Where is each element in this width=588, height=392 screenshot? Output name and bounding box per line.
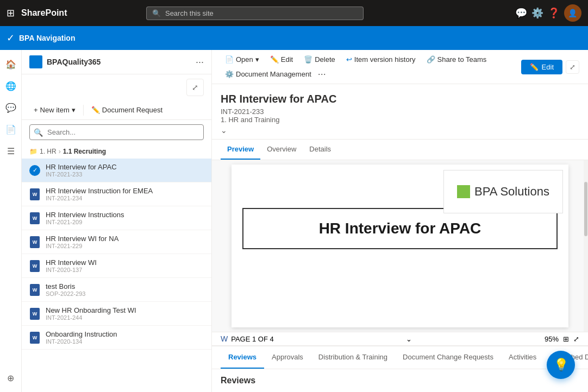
settings-icon[interactable]: ⚙️	[531, 7, 543, 19]
share-to-teams-button[interactable]: 🔗 Share to Teams	[422, 53, 491, 66]
detail-more-button[interactable]: ···	[318, 68, 326, 80]
site-name: BPAQuality365	[47, 58, 101, 66]
header-expand-icon[interactable]: ⌄	[221, 126, 579, 135]
version-label: Item version history	[354, 55, 416, 64]
document-management-button[interactable]: ⚙️ Document Management	[221, 68, 316, 80]
list-item[interactable]: W HR Interview WI for NA INT-2021-229	[22, 230, 211, 254]
site-info: BPAQuality365	[29, 55, 101, 68]
preview-bar-chevron[interactable]: ⌄	[406, 335, 412, 343]
word-icon-small: W	[221, 334, 228, 343]
main-layout: 🏠 🌐 💬 📄 ☰ ⊕ BPAQuality365 ··· ⤢	[0, 50, 588, 392]
list-toolbar: + New item ▾ ✏️ Document Request	[22, 100, 211, 120]
sidebar-item-add[interactable]: ⊕	[1, 368, 21, 388]
avatar[interactable]: 👤	[564, 4, 581, 22]
doc-icon: W	[29, 260, 40, 273]
edit-toolbar-icon: ✏️	[270, 55, 279, 64]
bottom-tab-approvals[interactable]: Approvals	[264, 346, 311, 369]
expand-button[interactable]: ⤢	[186, 79, 204, 96]
scrollbar-thumb	[584, 182, 587, 236]
item-name: test Boris	[46, 282, 204, 290]
sidebar-item-document[interactable]: 📄	[1, 119, 21, 139]
new-item-label: New item	[40, 106, 70, 114]
sidebar-item-home[interactable]: 🏠	[1, 54, 21, 74]
preview-bar: W PAGE 1 OF 4 ⌄ 95% ⊞ ⤢	[212, 332, 588, 345]
check-icon: ✓	[29, 165, 40, 176]
breadcrumb-root[interactable]: 1. HR	[40, 148, 57, 155]
list-search-input[interactable]	[29, 124, 204, 140]
bottom-tab-activities[interactable]: Activities	[501, 346, 544, 369]
search-bar[interactable]: 🔍 Search this site	[146, 7, 364, 20]
nav-icons: 💬 ⚙️ ❓ 👤	[515, 4, 581, 22]
delete-button[interactable]: 🗑️ Delete	[299, 53, 340, 66]
sidebar-item-globe[interactable]: 🌐	[1, 76, 21, 96]
sidebar-item-chat[interactable]: 💬	[1, 98, 21, 117]
list-item[interactable]: W HR Interview Instructions INT-2021-209	[22, 206, 211, 230]
teams-icon: 🔗	[427, 55, 435, 64]
site-header: BPAQuality365 ···	[22, 50, 211, 74]
list-item[interactable]: ✓ HR Interview for APAC INT-2021-233	[22, 159, 211, 182]
bottom-tab-reviews[interactable]: Reviews	[221, 346, 264, 369]
bpa-square-icon	[457, 185, 470, 198]
fullscreen-icon: ⤢	[570, 63, 576, 71]
tab-overview[interactable]: Overview	[260, 140, 303, 160]
help-icon[interactable]: ❓	[548, 7, 560, 19]
item-info: New HR Onboarding Test WI INT-2021-244	[46, 306, 204, 321]
bottom-tab-document-change-requests[interactable]: Document Change Requests	[395, 346, 501, 369]
doc-mgmt-icon: ⚙️	[225, 70, 234, 78]
list-item[interactable]: W test Boris SOP-2022-293	[22, 278, 211, 302]
left-sidebar: 🏠 🌐 💬 📄 ☰ ⊕	[0, 50, 22, 392]
item-info: HR Interview WI for NA INT-2021-229	[46, 235, 204, 249]
item-info: HR Interview for APAC INT-2021-233	[46, 163, 204, 178]
item-code: INT-2021-234	[46, 195, 204, 201]
document-category: 1. HR and Training	[221, 116, 579, 124]
item-name: HR Interview WI	[46, 258, 204, 267]
bpa-logo-inner: BPA Solutions	[457, 185, 549, 199]
comment-icon[interactable]: 💬	[515, 7, 527, 19]
brand-title: SharePoint	[21, 8, 67, 18]
edit-main-button[interactable]: ✏️ Edit	[521, 60, 562, 74]
list-item[interactable]: W New HR Onboarding Test WI INT-2021-244	[22, 302, 211, 326]
share-teams-label: Share to Teams	[437, 55, 487, 64]
word-doc-icon: W	[30, 284, 40, 296]
item-name: HR Interview Instructions	[46, 211, 204, 219]
fullscreen-preview-icon[interactable]: ⤢	[573, 335, 579, 343]
page-info: PAGE 1 OF 4	[231, 335, 274, 343]
new-item-button[interactable]: + New item ▾	[29, 104, 80, 116]
edit-toolbar-button[interactable]: ✏️ Edit	[266, 53, 297, 66]
site-more-button[interactable]: ···	[196, 56, 204, 68]
word-doc-icon: W	[30, 260, 40, 272]
document-title: HR Interview for APAC	[221, 93, 579, 105]
fab-button[interactable]: 💡	[547, 351, 575, 379]
word-doc-icon: W	[30, 308, 40, 320]
breadcrumb-current: 1.1 Recruiting	[63, 148, 106, 155]
list-item[interactable]: W HR Interview Instruction for EMEA INT-…	[22, 182, 211, 206]
list-item[interactable]: W Onboarding Instruction INT-2020-134	[22, 326, 211, 350]
open-dropdown-icon: ▾	[255, 55, 259, 64]
document-request-button[interactable]: ✏️ Document Request	[87, 104, 167, 116]
grid-icon[interactable]: ⊞	[7, 7, 15, 19]
item-code: INT-2020-134	[46, 338, 204, 345]
tab-details[interactable]: Details	[303, 140, 337, 160]
item-code: SOP-2022-293	[46, 290, 204, 297]
bottom-tabs-row: ReviewsApprovalsDistribution & TrainingD…	[212, 346, 588, 369]
sidebar-item-list[interactable]: ☰	[1, 141, 21, 161]
bottom-tab-distribution--training[interactable]: Distribution & Training	[311, 346, 395, 369]
fullscreen-button[interactable]: ⤢	[566, 60, 579, 74]
item-name: Onboarding Instruction	[46, 330, 204, 338]
item-code: INT-2021-233	[46, 171, 204, 178]
dropdown-icon: ▾	[72, 106, 76, 114]
view-toggle-icon[interactable]: ⊞	[563, 335, 569, 343]
item-name: HR Interview WI for NA	[46, 235, 204, 243]
preview-area: BPA Solutions HR Interview for APAC W PA	[212, 160, 588, 345]
doc-icon: W	[29, 331, 40, 344]
search-placeholder: Search this site	[165, 9, 214, 17]
preview-scrollbar[interactable]	[584, 160, 588, 332]
doc-icon: W	[29, 307, 40, 320]
expand-area: ⤢	[22, 74, 211, 100]
list-search-icon: 🔍	[34, 128, 43, 137]
tab-preview[interactable]: Preview	[221, 140, 260, 160]
item-version-history-button[interactable]: ↩ Item version history	[342, 53, 420, 66]
list-item[interactable]: W HR Interview WI INT-2020-137	[22, 254, 211, 278]
open-button[interactable]: 📄 Open ▾	[221, 53, 264, 66]
detail-toolbar: 📄 Open ▾ ✏️ Edit 🗑️ Delete ↩ Item ve	[221, 53, 521, 80]
